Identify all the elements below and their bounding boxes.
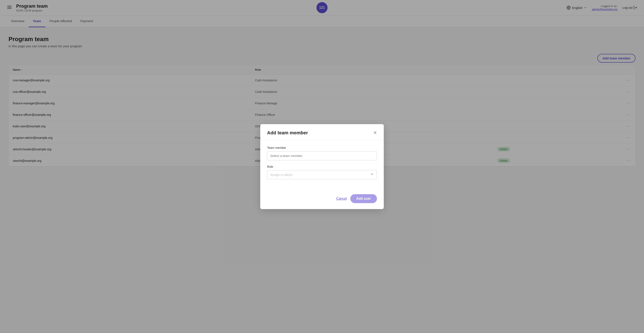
modal-close-button[interactable]: ✕ [373, 130, 377, 135]
role-field: Role Assign a role(s) [267, 165, 377, 179]
role-label: Role [267, 165, 377, 168]
team-member-input[interactable] [267, 151, 377, 160]
team-member-label: Team member [267, 146, 377, 150]
add-team-member-modal: Add team member ✕ Team member Role Assig… [260, 124, 384, 209]
team-member-field: Team member [267, 146, 377, 160]
add-user-button[interactable]: Add user [350, 194, 377, 203]
role-select-wrapper: Assign a role(s) [267, 170, 377, 179]
modal-header: Add team member ✕ [260, 124, 384, 140]
modal-overlay: Add team member ✕ Team member Role Assig… [0, 0, 644, 333]
modal-title: Add team member [267, 130, 308, 136]
role-select[interactable]: Assign a role(s) [267, 170, 377, 179]
modal-footer: Cancel Add user [260, 190, 384, 209]
cancel-button[interactable]: Cancel [336, 197, 347, 200]
modal-body: Team member Role Assign a role(s) [260, 140, 384, 190]
